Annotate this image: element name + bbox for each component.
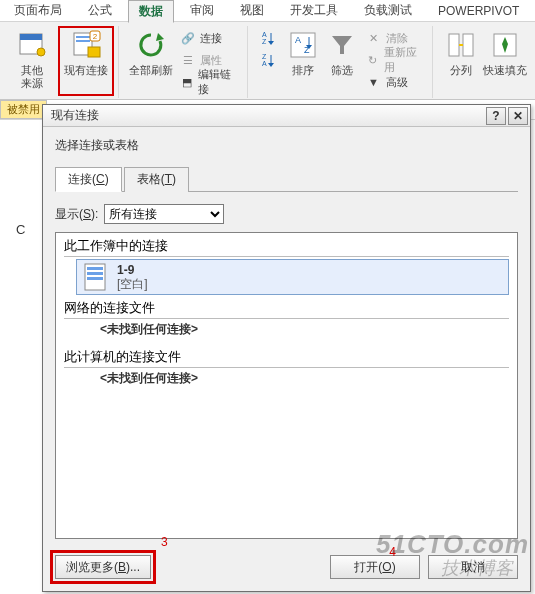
svg-marker-9: [156, 33, 164, 41]
connection-desc: [空白]: [117, 277, 148, 291]
existing-connections-icon: 2: [69, 28, 103, 62]
svg-rect-22: [463, 34, 473, 56]
edit-links-label: 编辑链接: [198, 67, 239, 97]
tab-connections[interactable]: 连接(C): [55, 167, 122, 192]
tab-view[interactable]: 视图: [230, 0, 274, 21]
sort-az-icon: AZ: [260, 30, 276, 46]
svg-text:A: A: [262, 31, 267, 38]
tab-developer[interactable]: 开发工具: [280, 0, 348, 21]
refresh-all-label: 全部刷新: [129, 64, 173, 77]
tab-loadtest[interactable]: 负载测试: [354, 0, 422, 21]
connections-label: 连接: [200, 31, 222, 46]
connection-icon: 🔗: [180, 30, 196, 46]
filter-button[interactable]: 筛选: [323, 26, 362, 94]
svg-point-2: [37, 48, 45, 56]
filter-label: 筛选: [331, 64, 353, 77]
connection-item[interactable]: 1-9 [空白]: [76, 259, 509, 295]
flash-fill-icon: [488, 28, 522, 62]
svg-rect-26: [87, 267, 103, 270]
tab-review[interactable]: 审阅: [180, 0, 224, 21]
group-get-data: 其他来源 2 现有连接: [2, 26, 119, 98]
sort-icon: AZ: [286, 28, 320, 62]
svg-rect-5: [76, 40, 90, 42]
ribbon-tab-row: 页面布局 公式 数据 审阅 视图 开发工具 负载测试 POWERPIVOT: [0, 0, 535, 22]
open-button[interactable]: 打开(O): [330, 555, 420, 579]
existing-connections-label: 现有连接: [64, 64, 108, 77]
reapply-icon: ↻: [366, 52, 381, 68]
clear-icon: ✕: [366, 30, 382, 46]
other-sources-button[interactable]: 其他来源: [6, 26, 58, 94]
group-data-tools: 分列 快速填充: [437, 26, 533, 98]
dialog-subtitle: 选择连接或表格: [55, 137, 518, 154]
group-sort-filter: AZ ZA AZ 排序 筛选 ✕ 清除 ↻ 重新应用 ▼ 高级: [252, 26, 433, 98]
computer-not-found: <未找到任何连接>: [56, 366, 517, 395]
section-workbook: 此工作簿中的连接: [56, 235, 517, 255]
sort-za-button[interactable]: ZA: [256, 50, 280, 70]
connection-file-icon: [81, 262, 111, 292]
column-header-c: C: [16, 222, 25, 237]
svg-text:Z: Z: [262, 53, 267, 60]
properties-label: 属性: [200, 53, 222, 68]
existing-connections-button[interactable]: 2 现有连接: [58, 26, 114, 96]
clear-label: 清除: [386, 31, 408, 46]
text-to-columns-label: 分列: [450, 64, 472, 77]
sort-label: 排序: [292, 64, 314, 77]
section-computer: 此计算机的连接文件: [56, 346, 517, 366]
svg-text:A: A: [262, 60, 267, 67]
other-sources-label: 其他来源: [21, 64, 43, 90]
show-select[interactable]: 所有连接: [104, 204, 224, 224]
connection-name: 1-9: [117, 263, 148, 277]
reapply-label: 重新应用: [384, 45, 424, 75]
text-to-columns-icon: [444, 28, 478, 62]
dialog-button-row: 浏览更多(B)... 打开(O) 取消: [43, 545, 530, 591]
show-label: 显示(S):: [55, 206, 98, 223]
svg-rect-21: [449, 34, 459, 56]
browse-more-button[interactable]: 浏览更多(B)...: [55, 555, 151, 579]
tab-powerpivot[interactable]: POWERPIVOT: [428, 2, 529, 20]
svg-marker-15: [268, 63, 274, 67]
existing-connections-dialog: 现有连接 ? ✕ 选择连接或表格 连接(C) 表格(T) 显示(S): 所有连接…: [42, 104, 531, 592]
dialog-title: 现有连接: [51, 107, 484, 124]
tab-data[interactable]: 数据: [128, 0, 174, 23]
svg-rect-27: [87, 272, 103, 275]
sort-za-icon: ZA: [260, 52, 276, 68]
svg-marker-12: [268, 41, 274, 45]
annotation-3: 3: [161, 535, 168, 549]
advanced-button[interactable]: ▼ 高级: [362, 72, 428, 92]
tab-formulas[interactable]: 公式: [78, 0, 122, 21]
edit-links-button[interactable]: ⬒ 编辑链接: [176, 72, 243, 92]
ribbon: 其他来源 2 现有连接 全部刷新 🔗 连接 ☰ 属性 ⬒: [0, 22, 535, 100]
edit-links-icon: ⬒: [180, 74, 195, 90]
dialog-titlebar: 现有连接 ? ✕: [43, 105, 530, 127]
flash-fill-label: 快速填充: [483, 64, 527, 77]
sort-button[interactable]: AZ 排序: [284, 26, 323, 94]
svg-rect-4: [76, 36, 90, 38]
security-warning-cell: 被禁用: [0, 100, 47, 119]
section-network: 网络的连接文件: [56, 297, 517, 317]
text-to-columns-button[interactable]: 分列: [441, 26, 481, 94]
group-connections: 全部刷新 🔗 连接 ☰ 属性 ⬒ 编辑链接: [123, 26, 248, 98]
tab-tables[interactable]: 表格(T): [124, 167, 189, 192]
svg-rect-8: [88, 47, 100, 57]
refresh-all-button[interactable]: 全部刷新: [127, 26, 176, 94]
svg-rect-28: [87, 277, 103, 280]
close-button[interactable]: ✕: [508, 107, 528, 125]
svg-rect-1: [20, 34, 42, 40]
tab-page-layout[interactable]: 页面布局: [4, 0, 72, 21]
reapply-button[interactable]: ↻ 重新应用: [362, 50, 428, 70]
annotation-4: 4: [389, 545, 396, 559]
other-sources-icon: [15, 28, 49, 62]
help-button[interactable]: ?: [486, 107, 506, 125]
svg-text:Z: Z: [262, 38, 267, 45]
connections-list: 此工作簿中的连接 1-9 [空白] 网络的连接文件 <未找到任何连接> 此计算机…: [55, 232, 518, 539]
advanced-icon: ▼: [366, 74, 382, 90]
sort-az-button[interactable]: AZ: [256, 28, 280, 48]
refresh-icon: [134, 28, 168, 62]
network-not-found: <未找到任何连接>: [56, 317, 517, 346]
filter-icon: [325, 28, 359, 62]
cancel-button[interactable]: 取消: [428, 555, 518, 579]
connections-button[interactable]: 🔗 连接: [176, 28, 243, 48]
svg-marker-20: [332, 36, 352, 54]
flash-fill-button[interactable]: 快速填充: [481, 26, 529, 94]
dialog-tabs: 连接(C) 表格(T): [55, 166, 518, 192]
